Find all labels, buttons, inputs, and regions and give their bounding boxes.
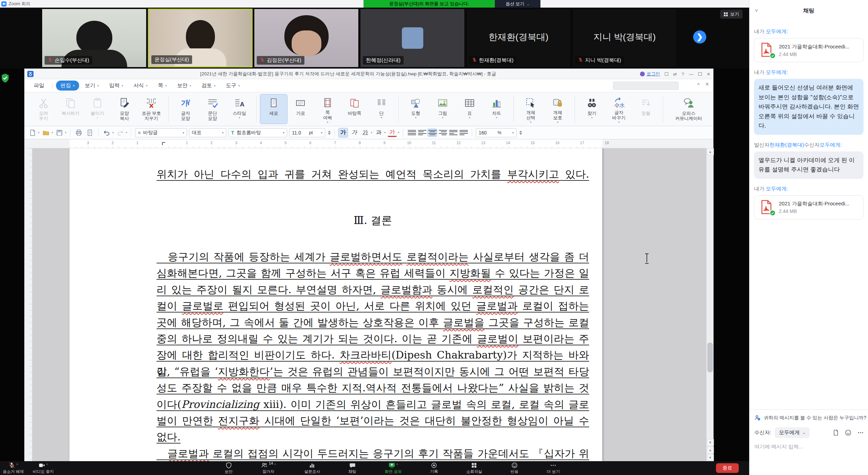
document-page[interactable]: 위치가 아닌 다수의 입과 귀를 거쳐 완성되는 예언적 목소리의 가치를 부각… [69,148,602,461]
undo-icon[interactable] [102,129,111,137]
help-icon[interactable]: ? [682,72,684,77]
view-options-button[interactable]: 옵션 보기⌄ [495,0,540,8]
toolbar-erase-button[interactable]: 조판 부호 지우기 [138,94,165,124]
fullscreen-icon[interactable] [665,72,668,76]
zoom-stepper[interactable] [519,131,522,135]
meeting-button-shield[interactable]: 보안 [225,461,233,475]
chevron-up-icon[interactable]: ˄ [274,463,276,466]
close-button[interactable]: ✕ [707,72,710,77]
align-button-4[interactable] [449,129,457,137]
toolbar-objsel-button[interactable]: 개체 선택▾ [517,94,544,124]
toolbar-shapes-button[interactable]: 도형▾ [402,94,429,124]
menu-보안[interactable]: 보안▾ [173,81,196,91]
char-effect-button[interactable]: 과 [374,128,383,137]
menu-파일[interactable]: 파일 [29,81,49,91]
font-size-stepper[interactable] [328,131,331,135]
vertical-scrollbar[interactable]: ▲ ▼ ▲ ▼ [706,148,714,461]
minimize-button[interactable]: — [689,72,694,77]
end-meeting-button[interactable]: 종료 [716,463,739,473]
ribbon-close-icon[interactable]: ✕ [705,82,709,87]
menu-보기[interactable]: 보기▾ [81,81,104,91]
next-page-button[interactable]: ▼ [707,454,714,461]
menu-편집[interactable]: 편집▾ [56,81,79,91]
menu-쪽[interactable]: 쪽▾ [153,81,171,91]
scrollbar-thumb[interactable] [707,343,713,372]
save-icon[interactable] [55,129,64,137]
new-document-icon[interactable] [28,129,37,137]
maximize-button[interactable] [698,72,702,76]
toolbar-portrait-button[interactable]: 세로 [260,94,287,124]
prev-page-button[interactable]: ▲ [707,447,714,454]
toolbar-parashape-button[interactable]: 문단 모양 [199,94,226,124]
participant-tile[interactable]: 김정은(부산대) [254,9,359,67]
align-button-1[interactable] [417,129,426,137]
menu-서식[interactable]: 서식▾ [129,81,152,91]
align-button-5[interactable] [459,129,468,137]
toolbar-objprot-button[interactable]: 개체 보호▾ [544,94,571,124]
print-icon[interactable] [74,129,83,137]
login-button[interactable]: 로그인 [640,71,660,77]
font-select[interactable]: T함초롬바탕▾ [228,128,287,137]
font-color-button[interactable]: 가 [388,129,397,137]
security-shield-icon[interactable] [1,73,9,83]
meeting-button-more[interactable]: 더 보기 [547,461,560,475]
chat-file-attachment[interactable]: 2021 가을학술대회-Proceedi...2.44 MB [754,195,864,220]
toolbar-style-button[interactable]: A스타일▾ [226,94,253,124]
toolbar-painter-button[interactable]: 모양 복사 [111,94,138,124]
meeting-button-poll[interactable]: 설문조사 [304,461,320,475]
chevron-up-icon[interactable]: ˄ [16,463,18,466]
outline-level-select[interactable]: 대표▾ [189,128,226,137]
font-size-input[interactable]: 11.0pt▾ [289,128,325,137]
preview-icon[interactable] [85,129,94,137]
align-button-2[interactable] [428,129,437,137]
italic-button[interactable]: 가 [350,128,359,137]
align-button-3[interactable] [438,129,447,137]
more-icon[interactable] [857,429,864,436]
ribbon-search-input[interactable] [613,82,679,90]
toolbar-comm-button[interactable]: 오피스 커뮤니케이터 [667,94,711,124]
toolbar-table-button[interactable]: 표▾ [456,94,483,124]
toolbar-margin-button[interactable]: 쪽 여백▾ [314,94,341,124]
redo-icon[interactable] [116,129,125,137]
meeting-button-rooms[interactable]: 소회의실 [466,461,482,475]
ribbon-collapse-icon[interactable]: ˄ [697,82,700,87]
chat-file-attachment[interactable]: 2021 가을학술대회-Proceedi...2.44 MB [754,38,864,62]
vertical-ruler[interactable] [25,148,32,461]
meeting-button-record[interactable]: 기록 [430,461,438,475]
participant-tile[interactable]: 한재환(경북대)한재환(경북대) [466,9,571,67]
scroll-down-button[interactable]: ▼ [707,439,714,446]
toolbar-picture-button[interactable]: 그림▾ [429,94,456,124]
chevron-up-icon[interactable]: ˄ [46,463,48,466]
zoom-input[interactable]: 160%▾ [476,128,517,137]
toolbar-columns-button[interactable]: 단▾ [368,94,395,124]
horizontal-ruler[interactable]: 321123456789101112131415161718 [32,139,706,148]
underline-button[interactable]: 가 [361,128,370,137]
ruler-indent-marker[interactable] [162,142,165,145]
recipient-select[interactable]: 모두에게 ⌄ [775,427,810,438]
open-document-icon[interactable] [41,129,50,137]
participant-tile[interactable]: 손일수(부산대) [42,9,147,67]
bold-button[interactable]: 가 [339,128,348,137]
align-button-0[interactable] [407,129,416,137]
next-participants-button[interactable]: ❯ [693,30,706,44]
meeting-button-people[interactable]: 14˄참가자 [261,461,276,475]
participant-tile[interactable]: 한혜정(신라대) [360,9,465,67]
meeting-button-react[interactable]: 반응 [510,461,518,475]
menu-도구[interactable]: 도구▾ [221,81,245,91]
menu-입력[interactable]: 입력▾ [105,81,128,91]
meeting-button-chatbub[interactable]: 채팅 [348,461,356,475]
meeting-button-micoff[interactable]: ˄음소거 해제 [3,461,24,475]
chat-message-input[interactable]: 여기에 메시지 입력... [754,444,863,450]
participant-tile[interactable]: 윤정실(부산대) [148,9,253,67]
paragraph-style-select[interactable]: ≡바탕글▾ [135,128,187,137]
emoji-icon[interactable] [845,429,851,436]
arrange-icon[interactable]: ⇄ [673,72,677,77]
toolbar-find-button[interactable]: 찾기▾ [578,94,605,124]
chevron-up-icon[interactable]: ˄ [396,463,398,466]
toolbar-replace-button[interactable]: 수水글자 바꾸기▾ [605,94,632,124]
menu-검토[interactable]: 검토▾ [197,81,220,91]
gallery-view-button[interactable]: 보기 [720,10,743,19]
meeting-button-video[interactable]: ˄비디오 중지 [33,461,54,475]
scroll-up-button[interactable]: ▲ [707,148,714,155]
toolbar-master-button[interactable]: 바탕쪽 [341,94,368,124]
